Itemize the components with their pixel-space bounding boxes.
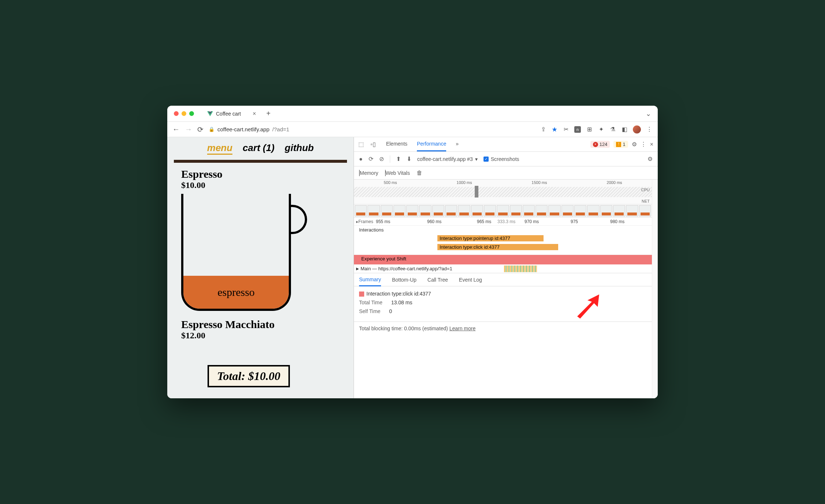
filmstrip-frame[interactable] bbox=[419, 205, 431, 217]
tab-performance[interactable]: Performance bbox=[417, 137, 446, 151]
filmstrip-frame[interactable] bbox=[523, 205, 535, 217]
cup-fill: espresso bbox=[183, 276, 289, 309]
warning-count: 1 bbox=[623, 142, 625, 147]
expand-icon[interactable]: ▶ bbox=[356, 267, 359, 271]
self-time-value: 0 bbox=[389, 308, 392, 314]
sidepanel-icon[interactable]: ◧ bbox=[621, 126, 628, 133]
share-icon[interactable]: ⇪ bbox=[540, 126, 546, 133]
filmstrip-frame[interactable] bbox=[561, 205, 574, 217]
product-card[interactable]: Espresso $10.00 espresso bbox=[167, 168, 354, 311]
webvitals-toggle[interactable]: Web Vitals bbox=[385, 170, 410, 176]
timeline-ruler[interactable]: ▸ Frames 955 ms 960 ms 965 ms 333.3 ms 9… bbox=[354, 218, 652, 226]
new-tab-button[interactable]: + bbox=[266, 109, 271, 118]
main-thread-track[interactable]: ▶ Main — https://coffee-cart.netlify.app… bbox=[354, 264, 652, 273]
bookmark-star-icon[interactable]: ★ bbox=[552, 125, 557, 133]
screenshots-toggle[interactable]: ✓ Screenshots bbox=[484, 156, 519, 162]
memory-toggle[interactable]: Memory bbox=[359, 170, 378, 176]
filmstrip-frame[interactable] bbox=[484, 205, 496, 217]
nav-github[interactable]: github bbox=[285, 142, 314, 155]
product-card-2[interactable]: Espresso Macchiato $12.00 bbox=[167, 311, 354, 341]
recording-select[interactable]: coffee-cart.netlify.app #3 ▾ bbox=[417, 156, 478, 162]
nav-cart[interactable]: cart (1) bbox=[243, 142, 275, 155]
labs-icon[interactable]: ⚗ bbox=[609, 126, 616, 133]
close-devtools-icon[interactable]: × bbox=[650, 141, 653, 148]
filmstrip-frame[interactable] bbox=[471, 205, 483, 217]
filmstrip-frame[interactable] bbox=[613, 205, 625, 217]
minimize-window-icon[interactable] bbox=[182, 111, 186, 116]
more-icon[interactable]: ⋮ bbox=[641, 141, 646, 148]
filmstrip-frame[interactable] bbox=[432, 205, 444, 217]
total-time-value: 13.08 ms bbox=[391, 300, 412, 305]
filmstrip-frame[interactable] bbox=[458, 205, 470, 217]
devtools-tabs: Elements Performance » bbox=[386, 137, 459, 151]
browser-tab[interactable]: Coffee cart × bbox=[201, 108, 262, 120]
menu-icon[interactable]: ⋮ bbox=[646, 126, 653, 133]
dropdown-icon: ▾ bbox=[475, 156, 478, 162]
product-name: Espresso bbox=[181, 168, 340, 180]
inspect-icon[interactable]: ⬚ bbox=[358, 141, 364, 148]
tab-calltree[interactable]: Call Tree bbox=[428, 277, 448, 283]
filmstrip-frame[interactable] bbox=[510, 205, 522, 217]
tab-close-icon[interactable]: × bbox=[253, 110, 256, 117]
forward-button[interactable]: → bbox=[185, 125, 192, 133]
filmstrip-frame[interactable] bbox=[497, 205, 509, 217]
screenshot-filmstrip[interactable] bbox=[354, 204, 652, 218]
titlebar: Coffee cart × + ⌄ bbox=[167, 106, 658, 122]
filmstrip-frame[interactable] bbox=[381, 205, 393, 217]
checkbox-checked-icon: ✓ bbox=[484, 157, 489, 162]
trash-icon[interactable]: 🗑 bbox=[417, 170, 422, 176]
scissors-icon[interactable]: ✂ bbox=[563, 126, 569, 133]
tab-more[interactable]: » bbox=[456, 137, 459, 151]
tab-elements[interactable]: Elements bbox=[386, 137, 407, 151]
record-icon[interactable]: ● bbox=[359, 156, 363, 162]
filmstrip-frame[interactable] bbox=[600, 205, 612, 217]
filmstrip-frame[interactable] bbox=[393, 205, 406, 217]
tab-eventlog[interactable]: Event Log bbox=[459, 277, 482, 283]
scrollbar[interactable] bbox=[652, 180, 658, 398]
experience-track[interactable]: Experience yout Shift bbox=[354, 255, 652, 264]
error-badge[interactable]: ×124 bbox=[590, 141, 610, 148]
site-nav: menu cart (1) github bbox=[167, 137, 354, 158]
filmstrip-frame[interactable] bbox=[406, 205, 418, 217]
overview-strip[interactable]: 500 ms 1000 ms 1500 ms 2000 ms CPU NET bbox=[354, 180, 652, 204]
reload-record-icon[interactable]: ⟳ bbox=[369, 155, 373, 162]
filmstrip-frame[interactable] bbox=[355, 205, 367, 217]
maximize-window-icon[interactable] bbox=[189, 111, 194, 116]
filmstrip-frame[interactable] bbox=[367, 205, 380, 217]
tab-summary[interactable]: Summary bbox=[359, 277, 381, 286]
close-window-icon[interactable] bbox=[174, 111, 179, 116]
url-host: coffee-cart.netlify.app bbox=[217, 126, 269, 132]
upload-icon[interactable]: ⬆ bbox=[396, 155, 401, 162]
url-field[interactable]: 🔒 coffee-cart.netlify.app/?ad=1 bbox=[209, 126, 535, 132]
extensions-icon[interactable]: ✦ bbox=[598, 126, 604, 133]
filmstrip-frame[interactable] bbox=[574, 205, 586, 217]
filmstrip-frame[interactable] bbox=[587, 205, 599, 217]
clear-icon[interactable]: ⊘ bbox=[379, 155, 384, 162]
download-icon[interactable]: ⬇ bbox=[407, 155, 411, 162]
back-button[interactable]: ← bbox=[172, 125, 180, 133]
interactions-track[interactable]: Interactions Interaction type:pointerup … bbox=[354, 226, 652, 255]
capture-settings-gear-icon[interactable]: ⚙ bbox=[647, 155, 653, 162]
device-toggle-icon[interactable]: ▫▯ bbox=[370, 141, 376, 148]
filmstrip-frame[interactable] bbox=[445, 205, 457, 217]
interaction-bar-click[interactable]: Interaction type:click id:4377 bbox=[437, 244, 558, 250]
warning-badge[interactable]: !1 bbox=[613, 141, 628, 148]
vue-favicon-icon bbox=[207, 111, 213, 116]
extension-n-icon[interactable]: n bbox=[574, 126, 581, 133]
tabs-menu-icon[interactable]: ⌄ bbox=[646, 110, 651, 118]
interaction-bar-pointerup[interactable]: Interaction type:pointerup id:4377 bbox=[437, 235, 544, 241]
filmstrip-frame[interactable] bbox=[535, 205, 548, 217]
product-name-2: Espresso Macchiato bbox=[181, 318, 340, 331]
settings-gear-icon[interactable]: ⚙ bbox=[632, 141, 637, 148]
extension-grid-icon[interactable]: ⊞ bbox=[586, 126, 593, 133]
filmstrip-frame[interactable] bbox=[639, 205, 651, 217]
filmstrip-frame[interactable] bbox=[626, 205, 638, 217]
nav-menu[interactable]: menu bbox=[207, 142, 232, 155]
reload-button[interactable]: ⟳ bbox=[197, 125, 204, 134]
profile-avatar[interactable] bbox=[633, 125, 641, 133]
filmstrip-frame[interactable] bbox=[548, 205, 560, 217]
cart-total[interactable]: Total: $10.00 bbox=[208, 365, 290, 387]
tab-bottomup[interactable]: Bottom-Up bbox=[392, 277, 417, 283]
main-label: Main — https://coffee-cart.netlify.app/?… bbox=[361, 266, 452, 271]
learn-more-link[interactable]: Learn more bbox=[449, 326, 476, 331]
